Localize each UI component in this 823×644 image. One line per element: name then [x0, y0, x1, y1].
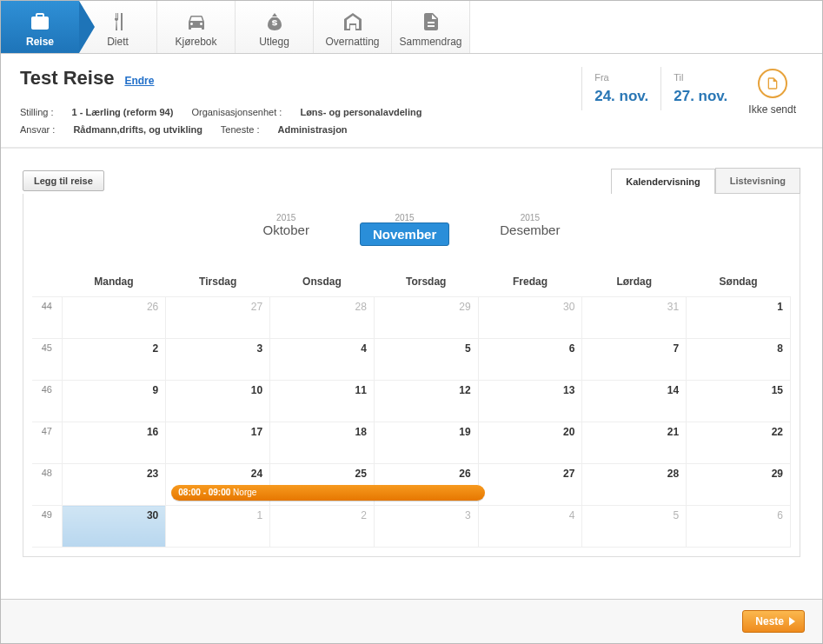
- calendar: 2015Oktober2015November2015Desember Mand…: [23, 194, 800, 557]
- car-icon: [184, 8, 209, 36]
- calendar-day[interactable]: 2: [270, 506, 375, 548]
- day-number: 12: [459, 384, 470, 396]
- calendar-day[interactable]: 4: [478, 506, 582, 548]
- day-number: 8: [777, 342, 783, 355]
- month-name: November: [360, 222, 449, 246]
- day-header: Tirsdag: [166, 267, 270, 297]
- day-number: 2: [361, 509, 367, 521]
- calendar-day[interactable]: 13: [478, 381, 582, 422]
- to-date: 27. nov.: [674, 88, 727, 105]
- day-header: Søndag: [687, 267, 791, 297]
- calendar-day[interactable]: 27: [478, 464, 582, 506]
- calendar-day[interactable]: 6: [478, 339, 582, 381]
- nav-tab-kjørebok[interactable]: Kjørebok: [157, 1, 236, 53]
- day-header: Fredag: [478, 267, 582, 297]
- day-number: 6: [569, 342, 575, 355]
- day-number: 11: [355, 384, 366, 396]
- header: Test Reise Endre Stilling : 1 - Lærling …: [1, 54, 822, 149]
- calendar-day[interactable]: 30: [62, 506, 166, 548]
- calendar-day[interactable]: 21: [582, 422, 687, 464]
- calendar-day[interactable]: 9: [62, 381, 166, 422]
- suitcase-icon: [28, 8, 52, 36]
- month-oktober[interactable]: 2015Oktober: [251, 209, 322, 249]
- nav-tab-label: Kjørebok: [175, 36, 216, 48]
- hotel-icon: [341, 8, 365, 36]
- nav-tab-reise[interactable]: Reise: [1, 1, 79, 53]
- calendar-day[interactable]: 4: [270, 339, 375, 381]
- calendar-day[interactable]: 22: [687, 422, 791, 464]
- edit-link[interactable]: Endre: [124, 75, 154, 87]
- status-icon: [758, 69, 787, 98]
- view-switcher: Kalendervisning Listevisning: [611, 168, 800, 194]
- day-header: Mandag: [62, 267, 166, 297]
- week-number: 46: [32, 381, 62, 422]
- nav-tab-label: Sammendrag: [399, 36, 461, 48]
- calendar-day[interactable]: 28: [582, 464, 687, 506]
- calendar-day[interactable]: 18: [270, 422, 375, 464]
- calendar-day[interactable]: 28: [270, 297, 375, 339]
- calendar-day[interactable]: 26: [62, 297, 166, 339]
- day-number: 28: [355, 301, 366, 313]
- doc-icon: [419, 8, 443, 36]
- month-desember[interactable]: 2015Desember: [488, 209, 572, 249]
- tab-calendar-view[interactable]: Kalendervisning: [611, 169, 715, 194]
- calendar-day[interactable]: 7: [582, 339, 687, 381]
- day-header: Lørdag: [582, 267, 687, 297]
- from-label: Fra: [594, 72, 648, 83]
- calendar-day[interactable]: 12: [374, 381, 478, 422]
- day-number: 17: [251, 426, 262, 438]
- day-number: 22: [772, 426, 783, 438]
- calendar-day[interactable]: 23: [62, 464, 166, 506]
- calendar-day[interactable]: 5: [374, 339, 478, 381]
- date-from: Fra 24. nov.: [581, 67, 652, 110]
- next-button-label: Neste: [755, 615, 784, 627]
- nav-tab-utlegg[interactable]: Utlegg: [236, 1, 314, 53]
- calendar-day[interactable]: 29: [374, 297, 478, 339]
- next-button[interactable]: Neste: [742, 610, 805, 633]
- calendar-day[interactable]: 2408:00 - 09:00 Norge: [166, 464, 270, 506]
- plate-icon: [106, 8, 130, 36]
- chevron-right-icon: [789, 617, 795, 626]
- to-label: Til: [674, 72, 727, 83]
- nav-tab-sammendrag[interactable]: Sammendrag: [392, 1, 470, 53]
- calendar-day[interactable]: 10: [166, 381, 270, 422]
- day-number: 5: [674, 509, 680, 521]
- calendar-day[interactable]: 16: [62, 422, 166, 464]
- calendar-day[interactable]: 11: [270, 381, 375, 422]
- day-number: 31: [667, 301, 679, 313]
- calendar-day[interactable]: 29: [687, 464, 791, 506]
- calendar-day[interactable]: 31: [582, 297, 687, 339]
- stilling-label: Stilling :: [20, 107, 54, 117]
- week-number: 47: [32, 422, 62, 464]
- ansvar-label: Ansvar :: [20, 124, 55, 135]
- calendar-day[interactable]: 17: [166, 422, 270, 464]
- calendar-day[interactable]: 14: [582, 381, 687, 422]
- calendar-day[interactable]: 30: [478, 297, 582, 339]
- calendar-day[interactable]: 27: [166, 297, 270, 339]
- calendar-day[interactable]: 1: [687, 297, 791, 339]
- day-number: 30: [147, 509, 158, 521]
- stilling-value: 1 - Lærling (reform 94): [72, 107, 174, 117]
- calendar-day[interactable]: 5: [582, 506, 687, 548]
- month-november[interactable]: 2015November: [348, 209, 461, 249]
- week-number: 45: [32, 339, 62, 381]
- calendar-day[interactable]: 2: [62, 339, 166, 381]
- day-header: Onsdag: [270, 267, 375, 297]
- calendar-day[interactable]: 6: [687, 506, 791, 548]
- calendar-event[interactable]: 08:00 - 09:00 Norge: [171, 485, 484, 501]
- calendar-day[interactable]: 20: [478, 422, 582, 464]
- calendar-day[interactable]: 1: [166, 506, 270, 548]
- nav-tab-overnatting[interactable]: Overnatting: [314, 1, 392, 53]
- add-trip-button[interactable]: Legg til reise: [23, 170, 104, 191]
- day-number: 20: [563, 426, 574, 438]
- day-number: 26: [459, 468, 470, 480]
- day-number: 13: [563, 384, 574, 396]
- nav-tab-label: Diett: [107, 36, 129, 48]
- calendar-day[interactable]: 3: [166, 339, 270, 381]
- calendar-day[interactable]: 8: [687, 339, 791, 381]
- calendar-day[interactable]: 15: [687, 381, 791, 422]
- day-number: 29: [459, 301, 470, 313]
- calendar-day[interactable]: 19: [374, 422, 478, 464]
- tab-list-view[interactable]: Listevisning: [715, 168, 800, 193]
- calendar-day[interactable]: 3: [374, 506, 478, 548]
